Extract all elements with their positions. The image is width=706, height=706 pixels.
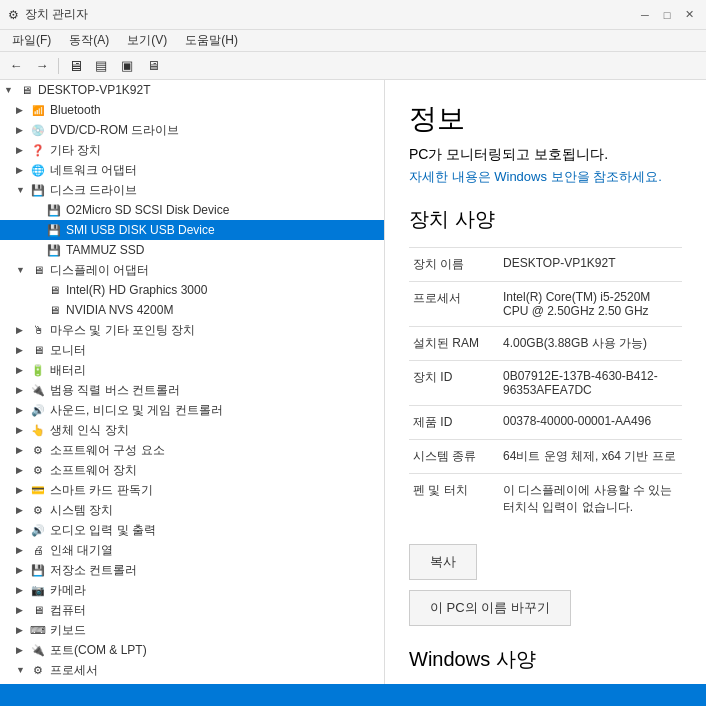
display-icon: 🖥 [30, 262, 46, 278]
tree-item-intel-graphics[interactable]: 🖥 Intel(R) HD Graphics 3000 [0, 280, 384, 300]
tree-item-smartcard[interactable]: ▶ 💳 스마트 카드 판독기 [0, 480, 384, 500]
windows-security-link[interactable]: 자세한 내용은 Windows 보안을 참조하세요. [409, 168, 682, 186]
tree-item-nvidia[interactable]: 🖥 NVIDIA NVS 4200M [0, 300, 384, 320]
tree-item-bluetooth[interactable]: ▶ 📶 Bluetooth [0, 100, 384, 120]
tree-item-mouse[interactable]: ▶ 🖱 마우스 및 기타 포인팅 장치 [0, 320, 384, 340]
sound-icon: 🔊 [30, 402, 46, 418]
tree-item-print[interactable]: ▶ 🖨 인쇄 대기열 [0, 540, 384, 560]
close-button[interactable]: ✕ [680, 6, 698, 24]
expand-icon-stor: ▶ [16, 565, 28, 575]
main-area: ▼ 🖥 DESKTOP-VP1K92T ▶ 📶 Bluetooth ▶ 💿 DV… [0, 80, 706, 684]
tree-item-keyboard[interactable]: ▶ ⌨ 키보드 [0, 620, 384, 640]
tree-label-intel-graphics: Intel(R) HD Graphics 3000 [66, 283, 207, 297]
tree-label-disk: 디스크 드라이브 [50, 182, 137, 199]
toolbar-screen-btn[interactable]: 🖥 [141, 55, 165, 77]
toolbar-sep-1 [58, 58, 59, 74]
tree-item-intel1[interactable]: ⚙ Intel(R) Core(TM) i5-2520M CPU @ 2.50G… [0, 680, 384, 684]
tree-label-processor: 프로세서 [50, 662, 98, 679]
toolbar-device-btn[interactable]: ▤ [89, 55, 113, 77]
tree-item-dvd[interactable]: ▶ 💿 DVD/CD-ROM 드라이브 [0, 120, 384, 140]
expand-icon-bio: ▶ [16, 425, 28, 435]
expand-icon-swd: ▶ [16, 465, 28, 475]
tree-item-o2micro[interactable]: 💾 O2Micro SD SCSI Disk Device [0, 200, 384, 220]
title-bar-controls: ─ □ ✕ [636, 6, 698, 24]
expand-icon-kb: ▶ [16, 625, 28, 635]
title-bar: ⚙ 장치 관리자 ─ □ ✕ [0, 0, 706, 30]
maximize-button[interactable]: □ [658, 6, 676, 24]
spec-value-ram: 4.00GB(3.88GB 사용 가능) [499, 327, 682, 361]
expand-icon-audio: ▶ [16, 525, 28, 535]
expand-icon-sc: ▶ [16, 485, 28, 495]
tree-item-battery[interactable]: ▶ 🔋 배터리 [0, 360, 384, 380]
rename-button[interactable]: 이 PC의 이름 바꾸기 [409, 590, 571, 626]
expand-icon-sys: ▶ [16, 505, 28, 515]
spec-row-ram: 설치된 RAM 4.00GB(3.88GB 사용 가능) [409, 327, 682, 361]
tree-item-port[interactable]: ▶ 🔌 포트(COM & LPT) [0, 640, 384, 660]
tree-item-system[interactable]: ▶ ⚙ 시스템 장치 [0, 500, 384, 520]
tree-label-usb: 범용 직렬 버스 컨트롤러 [50, 382, 180, 399]
expand-icon-port: ▶ [16, 645, 28, 655]
tree-item-display[interactable]: ▼ 🖥 디스플레이 어댑터 [0, 260, 384, 280]
tree-item-processor[interactable]: ▼ ⚙ 프로세서 [0, 660, 384, 680]
toolbar-back-btn[interactable]: ← [4, 55, 28, 77]
tree-item-other[interactable]: ▶ ❓ 기타 장치 [0, 140, 384, 160]
bluetooth-icon: 📶 [30, 102, 46, 118]
expand-icon-cam: ▶ [16, 585, 28, 595]
expand-icon-net: ▶ [16, 165, 28, 175]
toolbar-device2-btn[interactable]: ▣ [115, 55, 139, 77]
menu-file[interactable]: 파일(F) [4, 30, 59, 51]
tree-label-smartcard: 스마트 카드 판독기 [50, 482, 153, 499]
storage-icon: 💾 [30, 562, 46, 578]
spec-label-pen-touch: 펜 및 터치 [409, 474, 499, 525]
tree-item-desktop[interactable]: ▼ 🖥 DESKTOP-VP1K92T [0, 80, 384, 100]
copy-button[interactable]: 복사 [409, 544, 477, 580]
tree-label-audio: 오디오 입력 및 출력 [50, 522, 156, 539]
tree-label-sw-dev: 소프트웨어 장치 [50, 462, 137, 479]
tree-item-sound[interactable]: ▶ 🔊 사운드, 비디오 및 게임 컨트롤러 [0, 400, 384, 420]
toolbar-computer-btn[interactable]: 🖥 [63, 55, 87, 77]
tree-item-smi[interactable]: 💾 SMI USB DISK USB Device [0, 220, 384, 240]
tree-label-mouse: 마우스 및 기타 포인팅 장치 [50, 322, 195, 339]
spec-label-product-id: 제품 ID [409, 406, 499, 440]
biometric-icon: 👆 [30, 422, 46, 438]
tree-label-display: 디스플레이 어댑터 [50, 262, 149, 279]
tree-item-usb[interactable]: ▶ 🔌 범용 직렬 버스 컨트롤러 [0, 380, 384, 400]
expand-icon-proc: ▼ [16, 665, 28, 675]
sw-comp-icon: ⚙ [30, 442, 46, 458]
menu-help[interactable]: 도움말(H) [177, 30, 246, 51]
disk-o2-icon: 💾 [46, 202, 62, 218]
minimize-button[interactable]: ─ [636, 6, 654, 24]
tree-item-audio[interactable]: ▶ 🔊 오디오 입력 및 출력 [0, 520, 384, 540]
tree-item-computer[interactable]: ▶ 🖥 컴퓨터 [0, 600, 384, 620]
tree-item-sw-dev[interactable]: ▶ ⚙ 소프트웨어 장치 [0, 460, 384, 480]
dvd-icon: 💿 [30, 122, 46, 138]
status-text: PC가 모니터링되고 보호됩니다. [409, 146, 682, 164]
tree-item-tammuz[interactable]: 💾 TAMMUZ SSD [0, 240, 384, 260]
expand-icon-print: ▶ [16, 545, 28, 555]
tree-item-camera[interactable]: ▶ 📷 카메라 [0, 580, 384, 600]
spec-value-device-id: 0B07912E-137B-4630-B412-96353AFEA7DC [499, 361, 682, 406]
expand-icon-monitor: ▶ [16, 345, 28, 355]
tree-item-storage[interactable]: ▶ 💾 저장소 컨트롤러 [0, 560, 384, 580]
spec-value-product-id: 00378-40000-00001-AA496 [499, 406, 682, 440]
tree-item-network[interactable]: ▶ 🌐 네트워크 어댑터 [0, 160, 384, 180]
menu-action[interactable]: 동작(A) [61, 30, 117, 51]
tree-item-sw-comp[interactable]: ▶ ⚙ 소프트웨어 구성 요소 [0, 440, 384, 460]
print-icon: 🖨 [30, 542, 46, 558]
tree-item-biometric[interactable]: ▶ 👆 생체 인식 장치 [0, 420, 384, 440]
toolbar-forward-btn[interactable]: → [30, 55, 54, 77]
other-icon: ❓ [30, 142, 46, 158]
toolbar: ← → 🖥 ▤ ▣ 🖥 [0, 52, 706, 80]
left-panel: ▼ 🖥 DESKTOP-VP1K92T ▶ 📶 Bluetooth ▶ 💿 DV… [0, 80, 385, 684]
battery-icon: 🔋 [30, 362, 46, 378]
menu-view[interactable]: 보기(V) [119, 30, 175, 51]
camera-icon: 📷 [30, 582, 46, 598]
monitor-icon: 🖥 [30, 342, 46, 358]
tree-label-network: 네트워크 어댑터 [50, 162, 137, 179]
tree-item-monitor[interactable]: ▶ 🖥 모니터 [0, 340, 384, 360]
expand-icon-usb: ▶ [16, 385, 28, 395]
spec-label-device-name: 장치 이름 [409, 248, 499, 282]
spec-row-device-name: 장치 이름 DESKTOP-VP1K92T [409, 248, 682, 282]
tree-item-disk[interactable]: ▼ 💾 디스크 드라이브 [0, 180, 384, 200]
tree-label-storage: 저장소 컨트롤러 [50, 562, 137, 579]
